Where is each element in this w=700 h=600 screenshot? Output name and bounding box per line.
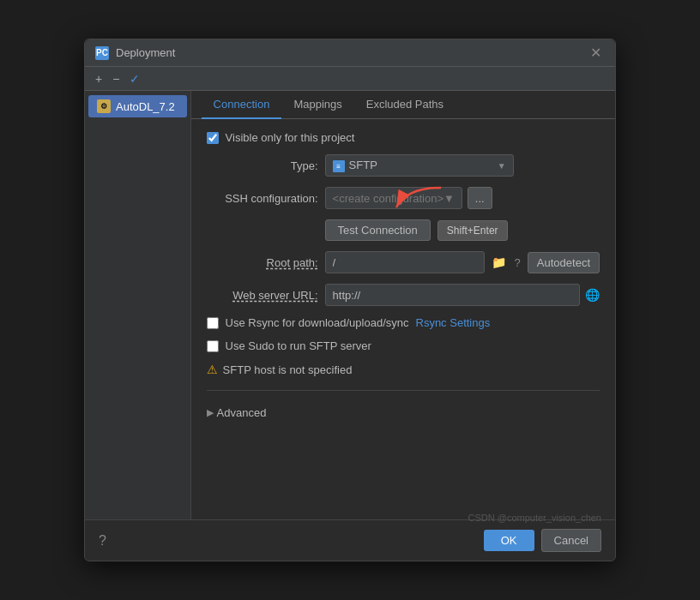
tab-excluded-paths[interactable]: Excluded Paths — [354, 91, 456, 119]
ssh-row: SSH configuration: <create configuration… — [207, 187, 600, 209]
advanced-row[interactable]: ▶ Advanced — [207, 405, 600, 421]
dialog-title: Deployment — [116, 46, 175, 59]
shift-enter-badge: Shift+Enter — [438, 220, 508, 241]
ssh-label: SSH configuration: — [207, 192, 318, 205]
visible-checkbox-row: Visible only for this project — [207, 131, 600, 144]
root-path-help-icon[interactable]: ? — [513, 255, 522, 271]
globe-icon[interactable]: 🌐 — [585, 288, 600, 302]
sidebar-item-label: AutoDL_7.2 — [116, 100, 175, 113]
server-icon: ⚙ — [97, 99, 111, 113]
sftp-icon: ≡ — [333, 160, 345, 172]
tab-mappings[interactable]: Mappings — [281, 91, 353, 119]
app-icon: PC — [95, 46, 109, 60]
type-row: Type: ≡SFTP ▼ — [207, 154, 600, 177]
root-path-row: Root path: 📁 ? Autodetect — [207, 251, 600, 273]
cancel-button[interactable]: Cancel — [541, 529, 601, 552]
sidebar: ⚙ AutoDL_7.2 — [85, 91, 191, 519]
test-connection-controls: Test Connection Shift+Enter — [325, 219, 508, 241]
deployment-dialog: PC Deployment ✕ + − ✓ ⚙ AutoDL_7.2 Conne… — [84, 39, 616, 561]
web-url-label: Web server URL: — [207, 289, 318, 302]
advanced-label: Advanced — [217, 406, 267, 419]
type-chevron-icon: ▼ — [498, 161, 506, 171]
ssh-controls: <create configuration> ▼ ... — [325, 187, 492, 209]
type-select[interactable]: ≡SFTP ▼ — [325, 154, 514, 177]
main-content: ⚙ AutoDL_7.2 Connection Mappings Exclude… — [85, 91, 615, 519]
root-path-input[interactable] — [325, 251, 485, 273]
sudo-checkbox[interactable] — [207, 340, 219, 352]
rsync-checkbox[interactable] — [207, 317, 219, 329]
help-icon[interactable]: ? — [99, 533, 106, 549]
remove-button[interactable]: − — [109, 70, 123, 87]
web-url-input[interactable] — [325, 284, 580, 306]
footer-right: OK Cancel — [484, 529, 601, 552]
sidebar-item-autodl[interactable]: ⚙ AutoDL_7.2 — [88, 95, 187, 117]
type-label: Type: — [207, 159, 318, 172]
visible-checkbox-label: Visible only for this project — [226, 131, 355, 144]
add-button[interactable]: + — [92, 70, 106, 87]
ok-button[interactable]: OK — [484, 530, 534, 551]
warning-row: ⚠ SFTP host is not specified — [207, 363, 600, 376]
root-path-controls: 📁 ? Autodetect — [325, 251, 600, 273]
form-area: Visible only for this project Type: ≡SFT… — [191, 119, 615, 433]
web-url-controls: 🌐 — [325, 284, 600, 306]
title-bar-left: PC Deployment — [95, 46, 175, 60]
rsync-row: Use Rsync for download/upload/sync Rsync… — [207, 316, 600, 329]
check-button[interactable]: ✓ — [126, 70, 143, 87]
ssh-dots-button[interactable]: ... — [468, 187, 492, 209]
folder-icon[interactable]: 📁 — [490, 254, 508, 271]
content-panel: Connection Mappings Excluded Paths Visib… — [191, 91, 615, 519]
visible-checkbox[interactable] — [207, 132, 219, 144]
test-connection-button[interactable]: Test Connection — [325, 219, 431, 241]
title-bar: PC Deployment ✕ — [85, 39, 615, 67]
warning-icon: ⚠ — [207, 363, 218, 376]
toolbar: + − ✓ — [85, 67, 615, 91]
sudo-row: Use Sudo to run SFTP server — [207, 339, 600, 352]
tab-connection[interactable]: Connection — [202, 91, 282, 119]
autodetect-button[interactable]: Autodetect — [528, 252, 600, 273]
watermark: CSDN @computer_vision_chen — [468, 513, 601, 523]
root-path-label: Root path: — [207, 256, 318, 269]
rsync-settings-link[interactable]: Rsync Settings — [416, 316, 491, 329]
separator — [207, 390, 600, 391]
rsync-label: Use Rsync for download/upload/sync — [226, 316, 409, 329]
advanced-chevron-icon: ▶ — [207, 407, 214, 418]
web-url-row: Web server URL: 🌐 — [207, 284, 600, 306]
dialog-footer: ? OK Cancel — [85, 519, 615, 561]
close-button[interactable]: ✕ — [587, 45, 605, 62]
ssh-chevron-icon: ▼ — [444, 192, 455, 205]
ssh-placeholder: <create configuration> — [333, 192, 444, 205]
test-connection-row: Test Connection Shift+Enter — [207, 219, 600, 241]
warning-text: SFTP host is not specified — [223, 363, 353, 376]
ssh-select[interactable]: <create configuration> ▼ — [325, 187, 462, 209]
tabs: Connection Mappings Excluded Paths — [191, 91, 615, 119]
sudo-label: Use Sudo to run SFTP server — [226, 339, 371, 352]
